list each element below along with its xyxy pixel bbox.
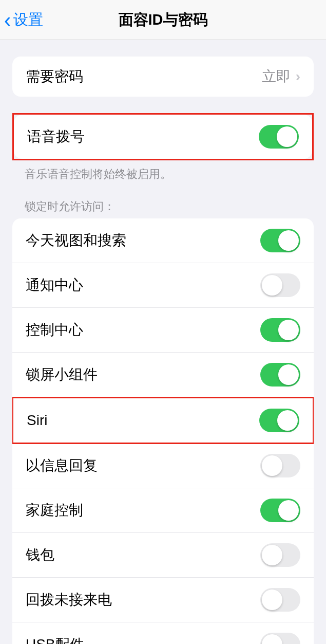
allow-access-toggle[interactable] [260, 543, 300, 567]
allow-access-toggle[interactable] [260, 273, 300, 297]
allow-access-label: 锁屏小组件 [26, 365, 98, 384]
toggle-knob [262, 545, 282, 565]
toggle-knob [278, 500, 299, 521]
allow-access-row: 回拨未接来电 [12, 578, 314, 622]
chevron-left-icon: ‹ [4, 10, 11, 30]
allow-access-toggle[interactable] [259, 409, 299, 432]
allow-access-toggle[interactable] [260, 633, 300, 644]
require-passcode-row[interactable]: 需要密码 立即 › [12, 57, 314, 97]
allow-access-row: 通知中心 [12, 263, 314, 308]
voice-dial-row: 语音拨号 [14, 115, 312, 159]
allow-access-row: Siri [12, 397, 314, 444]
allow-access-toggle[interactable] [260, 229, 300, 252]
allow-access-label: 控制中心 [26, 320, 83, 340]
toggle-knob [262, 590, 282, 610]
allow-access-label: Siri [27, 412, 47, 429]
allow-access-label: 通知中心 [26, 275, 83, 295]
allow-access-toggle[interactable] [260, 318, 300, 342]
allow-access-toggle[interactable] [260, 363, 300, 387]
toggle-knob [277, 410, 298, 431]
voice-dial-footer: 音乐语音控制将始终被启用。 [0, 160, 326, 182]
allow-access-label: 家庭控制 [26, 501, 83, 520]
allow-access-toggle[interactable] [260, 454, 300, 477]
navigation-bar: ‹ 设置 面容ID与密码 [0, 0, 326, 40]
allow-access-row: 以信息回复 [12, 444, 314, 488]
voice-dial-toggle[interactable] [259, 125, 299, 149]
allow-access-label: 今天视图和搜索 [26, 231, 126, 250]
toggle-knob [262, 275, 282, 296]
voice-dial-label: 语音拨号 [27, 127, 85, 146]
voice-dial-highlight: 语音拨号 [12, 113, 314, 160]
allow-access-label: 钱包 [26, 545, 54, 565]
toggle-knob [278, 320, 299, 340]
toggle-knob [262, 634, 282, 644]
allow-access-row: USB配件 [12, 622, 314, 644]
toggle-knob [278, 230, 299, 251]
toggle-knob [277, 126, 297, 147]
allow-access-row: 钱包 [12, 533, 314, 578]
allow-access-section: 今天视图和搜索通知中心控制中心锁屏小组件Siri以信息回复家庭控制钱包回拨未接来… [12, 218, 314, 644]
allow-access-row: 今天视图和搜索 [12, 218, 314, 263]
allow-access-row: 家庭控制 [12, 488, 314, 533]
require-passcode-value: 立即 [262, 67, 291, 86]
back-button[interactable]: ‹ 设置 [4, 10, 43, 30]
require-passcode-label: 需要密码 [26, 67, 83, 86]
voice-dial-section: 语音拨号 [14, 115, 312, 159]
allow-access-toggle[interactable] [260, 499, 300, 522]
toggle-knob [278, 364, 299, 385]
require-passcode-section: 需要密码 立即 › [12, 57, 314, 97]
allow-access-header: 锁定时允许访问： [0, 182, 326, 218]
allow-access-row: 控制中心 [12, 308, 314, 353]
allow-access-label: 回拨未接来电 [26, 590, 112, 610]
allow-access-row: 锁屏小组件 [12, 353, 314, 397]
allow-access-label: USB配件 [26, 635, 84, 644]
page-title: 面容ID与密码 [119, 10, 208, 30]
allow-access-label: 以信息回复 [26, 456, 98, 475]
row-right: 立即 › [262, 67, 300, 86]
allow-access-toggle[interactable] [260, 588, 300, 612]
toggle-knob [262, 455, 282, 476]
chevron-right-icon: › [296, 68, 300, 85]
back-label: 设置 [13, 10, 43, 30]
